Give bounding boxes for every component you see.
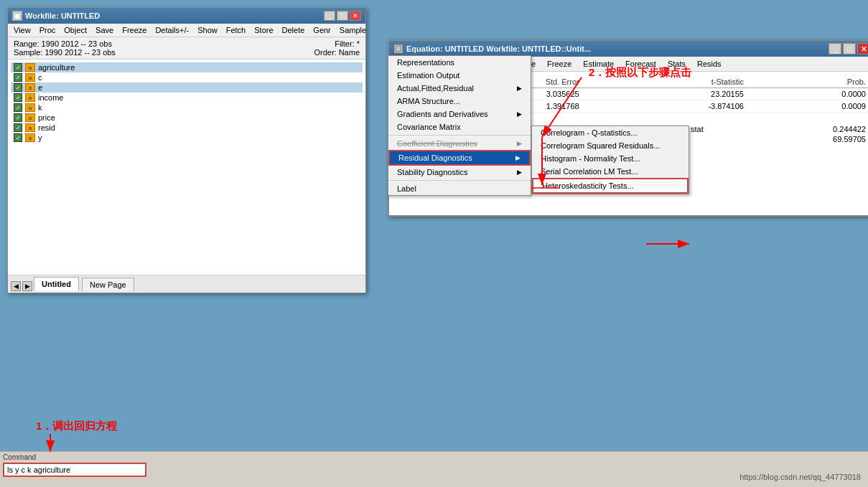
var-resid-check: ✓ — [14, 123, 22, 132]
bottom-bar: Command ls y c k agriculture https://blo… — [0, 451, 868, 487]
command-input[interactable]: ls y c k agriculture — [3, 463, 146, 477]
menu-representations[interactable]: Representations — [388, 56, 531, 69]
cell-tstat-1: 23.20155 — [584, 88, 748, 100]
filter-text: Filter: * — [335, 39, 360, 48]
close-button[interactable]: ✕ — [350, 11, 361, 21]
var-agriculture-check: ✓ — [14, 63, 22, 72]
var-income-check: ✓ — [14, 93, 22, 102]
menu-label[interactable]: Label — [388, 182, 531, 195]
submenu-correlogram-sq[interactable]: Correlogram Squared Residuals... — [532, 139, 689, 152]
workfile-variables-list: ✓ a agriculture ✓ a c ✓ a e ✓ a income ✓… — [8, 60, 365, 275]
col-header-prob: Prob. — [748, 76, 868, 88]
workfile-title-area: ▦ Workfile: UNTITLED — [12, 11, 100, 21]
var-agriculture[interactable]: ✓ a agriculture — [11, 62, 363, 72]
submenu-arrow-gradients: ▶ — [517, 110, 522, 118]
var-k-check: ✓ — [14, 103, 22, 112]
submenu-correlogram-q[interactable]: Correlogram - Q-statistics... — [532, 126, 689, 139]
var-price-label: price — [38, 113, 55, 122]
tab-new-page[interactable]: New Page — [82, 278, 134, 291]
var-e-icon: a — [25, 83, 35, 92]
workfile-menubar: View Proc Object Save Freeze Details+/- … — [8, 24, 365, 37]
tab-untitled[interactable]: Untitled — [34, 277, 79, 291]
var-income-icon: a — [25, 93, 35, 102]
wf-menu-genr[interactable]: Genr — [309, 24, 335, 36]
equation-titlebar: ≡ Equation: UNTITLED Workfile: UNTITLED:… — [389, 41, 868, 57]
wf-menu-fetch[interactable]: Fetch — [222, 24, 251, 36]
maximize-button[interactable]: □ — [337, 11, 348, 21]
wf-menu-delete[interactable]: Delete — [278, 24, 309, 36]
eq-minimize-button[interactable]: _ — [829, 43, 841, 55]
wf-menu-freeze[interactable]: Freeze — [118, 24, 151, 36]
menu-coefficient-diagnostics[interactable]: Coefficient Diagnostics ▶ — [388, 137, 531, 150]
var-k-label: k — [38, 103, 42, 112]
wf-menu-details[interactable]: Details+/- — [151, 24, 193, 36]
menu-gradients[interactable]: Gradients and Derivatives ▶ — [388, 108, 531, 120]
var-price-check: ✓ — [14, 113, 22, 122]
cell-prob-1: 0.0000 — [748, 88, 868, 100]
wf-menu-proc[interactable]: Proc — [35, 24, 60, 36]
menu-stability-diagnostics[interactable]: Stability Diagnostics ▶ — [388, 166, 531, 179]
var-y-icon: a — [25, 133, 35, 142]
var-income-label: income — [38, 93, 63, 102]
menu-residual-diagnostics[interactable]: Residual Diagnostics ▶ — [388, 150, 531, 166]
wf-menu-save[interactable]: Save — [91, 24, 118, 36]
wf-menu-view[interactable]: View — [9, 24, 35, 36]
minimize-button[interactable]: _ — [324, 11, 335, 21]
tab-prev-button[interactable]: ◀ — [11, 281, 21, 291]
menu-estimation-output[interactable]: Estimation Output — [388, 69, 531, 82]
var-c-icon: a — [25, 73, 35, 82]
range-text: Range: 1990 2012 -- 23 obs — [14, 39, 112, 48]
wf-menu-show[interactable]: Show — [193, 24, 222, 36]
submenu-heteroskedasticity[interactable]: Heteroskedasticity Tests... — [532, 178, 689, 194]
var-c-label: c — [38, 73, 42, 82]
var-e-label: e — [38, 83, 42, 92]
wf-menu-sample[interactable]: Sample — [335, 24, 370, 36]
eq-close-button[interactable]: ✕ — [857, 43, 868, 55]
var-y-label: y — [38, 133, 42, 142]
command-label: Command — [0, 452, 868, 463]
var-income[interactable]: ✓ a income — [11, 93, 363, 103]
equation-title: Equation: UNTITLED Workfile: UNTITLED::U… — [406, 44, 591, 53]
wf-menu-object[interactable]: Object — [60, 24, 91, 36]
var-k-icon: a — [25, 103, 35, 112]
workfile-titlebar: ▦ Workfile: UNTITLED _ □ ✕ — [8, 8, 365, 24]
var-c[interactable]: ✓ a c — [11, 72, 363, 82]
var-resid[interactable]: ✓ a resid — [11, 123, 363, 133]
workfile-title: Workfile: UNTITLED — [25, 11, 100, 20]
var-resid-label: resid — [38, 123, 55, 132]
workfile-tabs-bar: ◀ ▶ Untitled New Page — [8, 275, 365, 293]
annotation-2: 2．按照以下步骤点击 — [589, 66, 691, 80]
workfile-controls: _ □ ✕ — [324, 11, 361, 21]
menu-actual-fitted[interactable]: Actual,Fitted,Residual ▶ — [388, 82, 531, 95]
equation-controls: _ □ ✕ — [829, 43, 868, 55]
var-k[interactable]: ✓ a k — [11, 103, 363, 113]
submenu-arrow-actual: ▶ — [517, 85, 522, 92]
cell-tstat-2: -3.874106 — [584, 100, 748, 113]
var-e[interactable]: ✓ a e — [11, 82, 363, 93]
dropdown-separator-2 — [388, 180, 531, 181]
submenu-serial-correlation[interactable]: Serial Correlation LM Test... — [532, 165, 689, 178]
workfile-info: Range: 1990 2012 -- 23 obs Filter: * Sam… — [8, 37, 365, 60]
tab-next-button[interactable]: ▶ — [22, 281, 32, 291]
var-y[interactable]: ✓ a y — [11, 133, 363, 143]
submenu-arrow-coeff: ▶ — [517, 140, 522, 147]
submenu-arrow-residual: ▶ — [515, 154, 521, 161]
eq-menu-freeze[interactable]: Freeze — [541, 57, 577, 70]
var-price[interactable]: ✓ a price — [11, 113, 363, 123]
workfile-window: ▦ Workfile: UNTITLED _ □ ✕ View Proc Obj… — [7, 7, 366, 293]
var-agriculture-icon: a — [25, 63, 35, 72]
submenu-histogram[interactable]: Histogram - Normality Test... — [532, 152, 689, 165]
annotation-1: 1．调出回归方程 — [36, 420, 117, 433]
url-text: https://blog.csdn.net/qq_44773018 — [739, 473, 861, 481]
var-price-icon: a — [25, 113, 35, 122]
residual-diagnostics-submenu: Correlogram - Q-statistics... Correlogra… — [531, 126, 689, 194]
eq-maximize-button[interactable]: □ — [843, 43, 856, 55]
menu-arma-structure[interactable]: ARMA Structure... — [388, 95, 531, 108]
eq-menu-resids[interactable]: Resids — [691, 57, 727, 70]
dropdown-separator-1 — [388, 135, 531, 136]
var-c-check: ✓ — [14, 73, 22, 82]
menu-covariance[interactable]: Covariance Matrix — [388, 120, 531, 133]
var-agriculture-label: agriculture — [38, 63, 75, 72]
var-y-check: ✓ — [14, 133, 22, 142]
wf-menu-store[interactable]: Store — [250, 24, 277, 36]
